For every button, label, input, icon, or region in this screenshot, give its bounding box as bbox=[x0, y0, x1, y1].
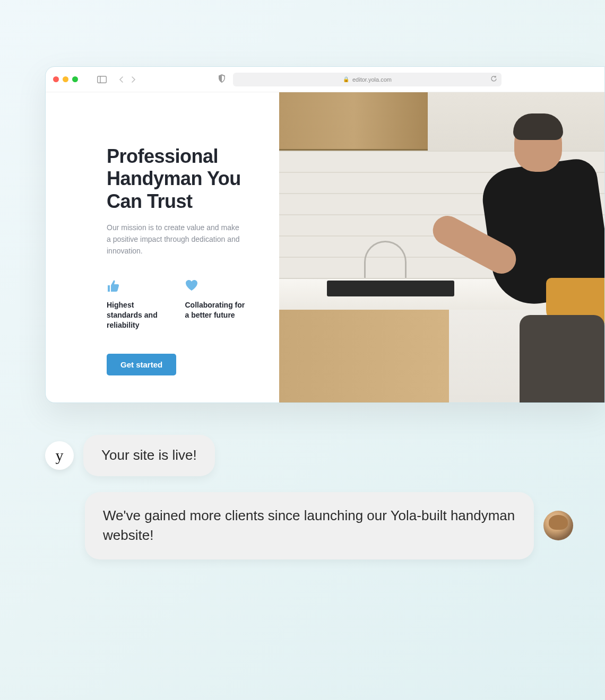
hero-left-column: Professional Handyman You Can Trust Our … bbox=[46, 92, 279, 402]
yola-avatar: y bbox=[45, 441, 74, 470]
refresh-icon[interactable] bbox=[490, 75, 497, 83]
user-avatar bbox=[543, 511, 573, 540]
maximize-window-button[interactable] bbox=[72, 76, 78, 82]
close-window-button[interactable] bbox=[53, 76, 59, 82]
minimize-window-button[interactable] bbox=[63, 76, 68, 82]
chat-bubble: Your site is live! bbox=[83, 435, 215, 476]
hero-mission-text: Our mission is to create value and make … bbox=[107, 222, 245, 257]
browser-window: 🔒 editor.yola.com Professional Handyman … bbox=[45, 66, 605, 403]
navigation-arrows bbox=[118, 76, 136, 83]
yola-logo-letter: y bbox=[56, 447, 64, 465]
lock-icon: 🔒 bbox=[343, 76, 349, 82]
forward-button[interactable] bbox=[131, 76, 136, 83]
chat-message-system: y Your site is live! bbox=[45, 435, 573, 476]
feature-standards: Highest standards and reliability bbox=[107, 280, 169, 330]
back-button[interactable] bbox=[118, 76, 124, 83]
address-bar[interactable]: 🔒 editor.yola.com bbox=[233, 73, 502, 86]
browser-toolbar: 🔒 editor.yola.com bbox=[46, 67, 604, 92]
website-preview: Professional Handyman You Can Trust Our … bbox=[46, 92, 604, 402]
hero-image bbox=[279, 92, 604, 402]
privacy-shield-icon[interactable] bbox=[218, 74, 226, 85]
feature-label: Highest standards and reliability bbox=[107, 300, 169, 330]
features-row: Highest standards and reliability Collab… bbox=[107, 280, 247, 330]
hero-heading: Professional Handyman You Can Trust bbox=[107, 145, 247, 213]
feature-collaboration: Collaborating for a better future bbox=[185, 280, 248, 330]
svg-rect-0 bbox=[98, 76, 107, 83]
thumbs-up-icon bbox=[107, 280, 169, 292]
chat-area: y Your site is live! We've gained more c… bbox=[45, 435, 573, 559]
chat-message-user: We've gained more clients since launchin… bbox=[85, 492, 573, 559]
heart-icon bbox=[185, 280, 248, 292]
address-text: editor.yola.com bbox=[352, 76, 392, 83]
window-controls bbox=[53, 76, 78, 82]
chat-bubble: We've gained more clients since launchin… bbox=[85, 492, 534, 559]
feature-label: Collaborating for a better future bbox=[185, 300, 248, 320]
sidebar-toggle-icon[interactable] bbox=[97, 76, 107, 83]
get-started-button[interactable]: Get started bbox=[107, 354, 176, 375]
